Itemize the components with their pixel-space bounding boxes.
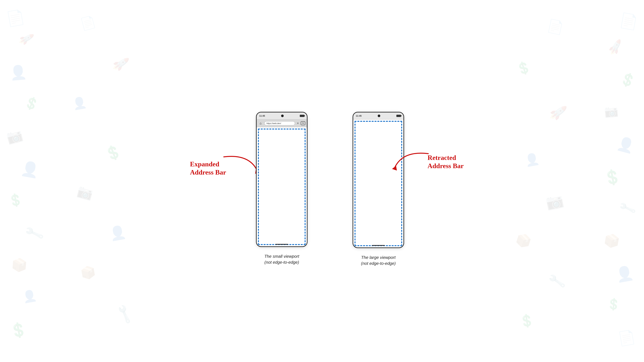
home-icon: ⌂	[258, 121, 263, 126]
left-annotation-line1: Expanded	[190, 160, 219, 168]
right-phone-label: The large viewport (not edge-to-edge)	[351, 255, 406, 266]
tabs-count-button[interactable]: 5	[301, 121, 305, 125]
left-viewport-indicator	[258, 129, 306, 245]
right-phone-content	[353, 119, 404, 247]
right-home-bar	[372, 245, 385, 246]
right-camera-dot	[378, 115, 380, 117]
right-phone: 11:45	[352, 112, 404, 248]
left-address-bar[interactable]: ⌂ https://web.dev/ + 5	[257, 119, 307, 127]
right-battery-icon	[396, 115, 401, 117]
left-status-bar: 11:45	[257, 112, 307, 119]
right-status-time: 11:45	[356, 115, 362, 117]
main-content: Expanded Address Bar 11:45	[0, 0, 644, 362]
left-annotation: Expanded Address Bar	[190, 160, 226, 176]
left-phone-label: The small viewport (not edge-to-edge)	[254, 253, 309, 265]
left-phone-content	[257, 127, 307, 246]
right-battery	[396, 115, 401, 117]
left-annotation-line2: Address Bar	[190, 169, 226, 176]
left-label-line2: (not edge-to-edge)	[264, 260, 299, 265]
left-home-bar	[275, 244, 288, 245]
right-annotation-line1: Retracted	[428, 154, 456, 161]
right-viewport-indicator	[354, 121, 402, 246]
left-label-line1: The small viewport	[264, 254, 299, 259]
right-label-line2: (not edge-to-edge)	[361, 261, 396, 266]
url-text: https://web.dev/	[266, 122, 281, 124]
left-battery-icon	[300, 115, 304, 117]
right-annotation: Retracted Address Bar	[428, 154, 464, 170]
right-annotation-line2: Address Bar	[428, 162, 464, 170]
left-battery	[300, 115, 304, 117]
left-status-time: 11:45	[259, 115, 265, 117]
left-phone: 11:45 ⌂ https://web.dev/ + 5	[256, 112, 308, 247]
right-status-bar: 11:45	[353, 112, 404, 119]
new-tab-button[interactable]: +	[296, 121, 300, 125]
right-label-line1: The large viewport	[361, 255, 396, 260]
url-input[interactable]: https://web.dev/	[264, 121, 295, 125]
left-camera-dot	[281, 115, 284, 117]
scene-container: Expanded Address Bar 11:45	[193, 112, 451, 266]
